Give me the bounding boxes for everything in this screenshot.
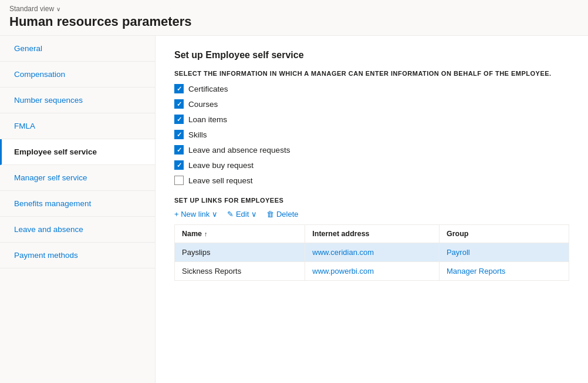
sidebar: GeneralCompensationNumber sequencesFMLAE… <box>0 36 156 383</box>
checkbox-row-courses: Courses <box>174 99 569 109</box>
sidebar-item-leave-and-absence[interactable]: Leave and absence <box>0 217 155 243</box>
checkbox-row-certificates: Certificates <box>174 84 569 93</box>
checkbox-certificates[interactable] <box>174 84 184 93</box>
standard-view-chevron-icon: ∨ <box>56 6 60 12</box>
checkbox-label-certificates: Certificates <box>188 85 228 93</box>
table-cell-name: Payslips <box>175 243 305 262</box>
checkbox-leave-sell-request[interactable] <box>174 176 184 185</box>
checkbox-list: CertificatesCoursesLoan itemsSkillsLeave… <box>174 84 569 185</box>
checkbox-loan-items[interactable] <box>174 115 184 124</box>
sort-icon-name: ↑ <box>204 230 208 237</box>
delete-button[interactable]: 🗑 Delete <box>266 210 298 219</box>
checkbox-row-leave-absence-requests: Leave and absence requests <box>174 145 569 154</box>
links-section-label: SET UP LINKS FOR EMPLOYEES <box>174 197 569 204</box>
table-header: Name ↑Internet addressGroup <box>175 225 569 243</box>
checkbox-label-loan-items: Loan items <box>188 115 227 124</box>
subsection-label: SELECT THE INFORMATION IN WHICH A MANAGE… <box>174 70 569 77</box>
edit-chevron-icon: ∨ <box>251 210 257 219</box>
table-header-internet-address: Internet address <box>305 225 440 243</box>
checkbox-label-courses: Courses <box>188 100 218 109</box>
sidebar-item-general[interactable]: General <box>0 36 155 62</box>
sidebar-item-payment-methods[interactable]: Payment methods <box>0 243 155 268</box>
checkbox-row-leave-sell-request: Leave sell request <box>174 176 569 185</box>
links-table: Name ↑Internet addressGroup Payslipswww.… <box>174 224 569 281</box>
new-link-label: + New link <box>174 210 209 219</box>
sidebar-item-compensation[interactable]: Compensation <box>0 62 155 88</box>
checkbox-row-skills: Skills <box>174 130 569 139</box>
checkbox-row-leave-buy-request: Leave buy request <box>174 160 569 170</box>
content-area: Set up Employee self service SELECT THE … <box>156 36 588 383</box>
checkbox-row-loan-items: Loan items <box>174 115 569 124</box>
sidebar-item-manager-self-service[interactable]: Manager self service <box>0 165 155 191</box>
sidebar-item-fmla[interactable]: FMLA <box>0 113 155 139</box>
standard-view-dropdown[interactable]: Standard view ∨ <box>9 5 579 13</box>
new-link-chevron-icon: ∨ <box>212 210 218 219</box>
table-cell-internet-address[interactable]: www.ceridian.com <box>305 243 440 262</box>
checkbox-label-leave-buy-request: Leave buy request <box>188 161 254 170</box>
checkbox-leave-buy-request[interactable] <box>174 160 184 170</box>
sidebar-item-number-sequences[interactable]: Number sequences <box>0 88 155 113</box>
edit-button[interactable]: ✎ Edit ∨ <box>227 210 257 219</box>
page-title: Human resources parameters <box>0 13 588 35</box>
table-cell-name: Sickness Reports <box>175 262 305 281</box>
section-title: Set up Employee self service <box>174 50 569 61</box>
checkbox-leave-absence-requests[interactable] <box>174 145 184 154</box>
table-row[interactable]: Sickness Reportswww.powerbi.comManager R… <box>175 262 569 281</box>
checkbox-skills[interactable] <box>174 130 184 139</box>
table-cell-group[interactable]: Payroll <box>439 243 569 262</box>
edit-label: ✎ Edit <box>227 210 249 219</box>
table-header-name[interactable]: Name ↑ <box>175 225 305 243</box>
table-row[interactable]: Payslipswww.ceridian.comPayroll <box>175 243 569 262</box>
table-header-group: Group <box>439 225 569 243</box>
checkbox-label-leave-absence-requests: Leave and absence requests <box>188 146 290 154</box>
sidebar-item-employee-self-service[interactable]: Employee self service <box>0 139 155 165</box>
table-cell-internet-address[interactable]: www.powerbi.com <box>305 262 440 281</box>
table-header-row: Name ↑Internet addressGroup <box>175 225 569 243</box>
toolbar: + New link ∨ ✎ Edit ∨ 🗑 Delete <box>174 210 569 219</box>
delete-label: 🗑 Delete <box>266 210 298 219</box>
checkbox-courses[interactable] <box>174 99 184 109</box>
checkbox-label-skills: Skills <box>188 130 207 139</box>
table-cell-group[interactable]: Manager Reports <box>439 262 569 281</box>
new-link-button[interactable]: + New link ∨ <box>174 210 218 219</box>
table-body: Payslipswww.ceridian.comPayrollSickness … <box>175 243 569 281</box>
standard-view-label: Standard view <box>9 5 54 13</box>
sidebar-item-benefits-management[interactable]: Benefits management <box>0 191 155 217</box>
checkbox-label-leave-sell-request: Leave sell request <box>188 176 253 185</box>
